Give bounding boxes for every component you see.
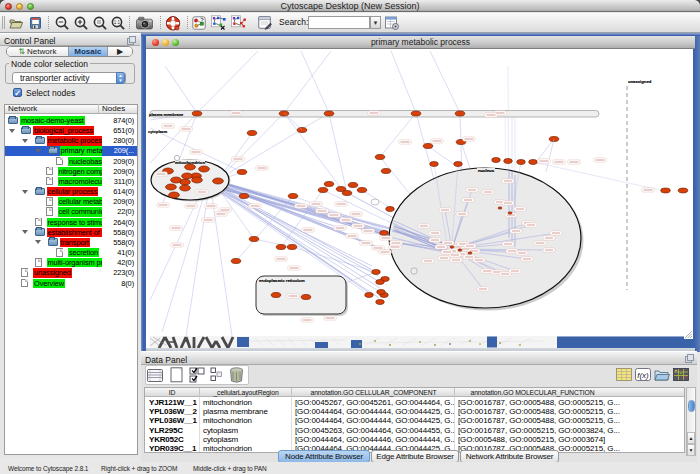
svg-text:endoplasmic reticulum: endoplasmic reticulum [259,278,305,283]
svg-text:plasma membrane: plasma membrane [149,112,184,117]
svg-text:unassigned: unassigned [628,79,652,84]
svg-text:1:1: 1:1 [114,20,121,25]
svg-text:nucleus: nucleus [478,168,495,173]
svg-text:cytoplasm: cytoplasm [148,129,168,134]
svg-text:f(x): f(x) [637,371,649,380]
